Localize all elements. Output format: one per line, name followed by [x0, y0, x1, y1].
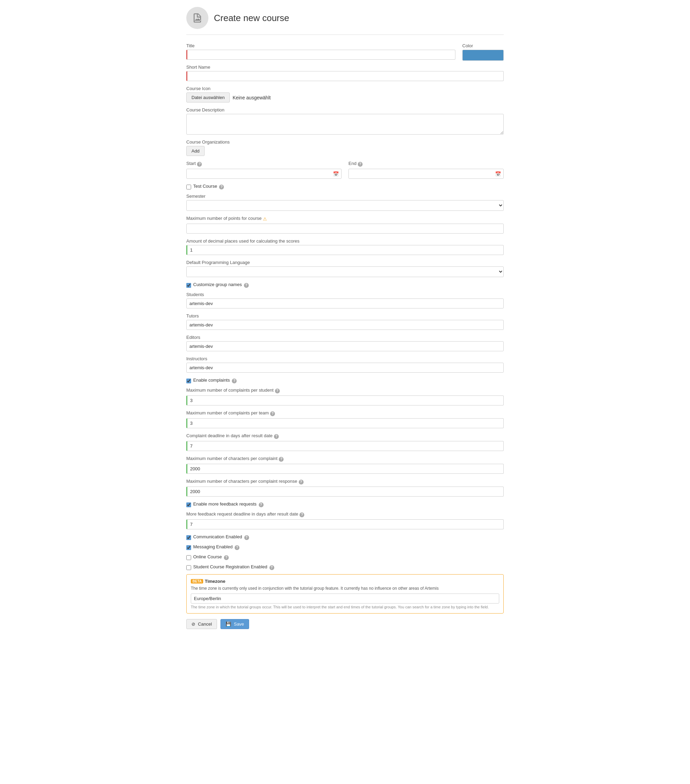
messaging-enabled-label: Messaging Enabled: [193, 544, 232, 549]
max-chars-response-help-icon[interactable]: ?: [299, 480, 304, 484]
max-complaints-student-input[interactable]: [186, 395, 504, 405]
enable-complaints-help-icon[interactable]: ?: [232, 379, 237, 384]
semester-select[interactable]: SS2024 WS2024/25: [186, 200, 504, 211]
max-complaints-student-label: Maximum number of complaints per student: [186, 387, 273, 393]
customize-group-names-label: Customize group names: [193, 282, 242, 287]
start-label: Start: [186, 161, 196, 166]
max-chars-complaint-label: Maximum number of characters per complai…: [186, 456, 277, 461]
max-chars-response-input[interactable]: [186, 487, 504, 497]
cancel-icon: ⊘: [191, 621, 195, 627]
timezone-box: BETA Timezone The time zone is currently…: [186, 574, 504, 614]
messaging-enabled-row: Messaging Enabled ?: [186, 544, 504, 551]
more-feedback-deadline-help-icon[interactable]: ?: [300, 512, 304, 517]
complaint-deadline-label: Complaint deadline in days after result …: [186, 433, 273, 438]
course-icon-group: Course Icon Datei auswählen Keine ausgew…: [186, 86, 504, 102]
page-header: Create new course: [186, 7, 504, 35]
file-choose-button[interactable]: Datei auswählen: [186, 92, 230, 102]
test-course-checkbox[interactable]: [186, 184, 191, 189]
title-label: Title: [186, 43, 455, 48]
more-feedback-deadline-group: More feedback request deadline in days a…: [186, 511, 504, 529]
max-complaints-student-help-icon[interactable]: ?: [275, 389, 280, 394]
max-complaints-team-group: Maximum number of complaints per team ?: [186, 410, 504, 428]
add-organization-button[interactable]: Add: [186, 146, 204, 156]
course-description-group: Course Description: [186, 107, 504, 135]
max-complaints-team-input[interactable]: [186, 418, 504, 428]
max-points-input[interactable]: [186, 224, 504, 234]
end-help-icon[interactable]: ?: [358, 162, 362, 167]
short-name-input[interactable]: [186, 71, 504, 81]
communication-enabled-help-icon[interactable]: ?: [244, 535, 249, 540]
beta-badge: BETA: [191, 579, 203, 583]
complaint-deadline-input[interactable]: [186, 441, 504, 451]
start-date-input[interactable]: [186, 169, 342, 179]
page-title: Create new course: [214, 13, 289, 23]
online-course-row: Online Course ?: [186, 554, 504, 561]
start-help-icon[interactable]: ?: [197, 162, 202, 167]
save-button[interactable]: 💾 Save: [221, 619, 249, 629]
test-course-help-icon[interactable]: ?: [219, 184, 224, 189]
timezone-header: BETA Timezone: [191, 579, 499, 584]
communication-enabled-label: Communication Enabled: [193, 534, 242, 539]
student-registration-help-icon[interactable]: ?: [270, 565, 274, 570]
end-date-input[interactable]: [348, 169, 504, 179]
enable-complaints-row: Enable complaints ?: [186, 377, 504, 384]
course-description-label: Course Description: [186, 107, 504, 112]
enable-complaints-checkbox[interactable]: [186, 379, 191, 384]
timezone-input[interactable]: [191, 593, 499, 603]
no-file-label: Keine ausgewählt: [232, 95, 271, 100]
title-input[interactable]: [186, 50, 455, 60]
semester-group: Semester SS2024 WS2024/25: [186, 194, 504, 211]
color-label: Color: [462, 43, 504, 48]
course-icon: [186, 7, 208, 29]
communication-enabled-checkbox[interactable]: [186, 535, 191, 540]
editors-group: Editors: [186, 335, 504, 351]
students-group: Students: [186, 292, 504, 308]
cancel-button[interactable]: ⊘ Cancel: [186, 619, 217, 629]
max-chars-response-group: Maximum number of characters per complai…: [186, 479, 504, 497]
default-programming-group: Default Programming Language Java Python…: [186, 260, 504, 277]
decimal-places-input[interactable]: [186, 245, 504, 255]
max-chars-complaint-group: Maximum number of characters per complai…: [186, 456, 504, 474]
messaging-enabled-checkbox[interactable]: [186, 545, 191, 550]
communication-enabled-row: Communication Enabled ?: [186, 534, 504, 541]
max-complaints-team-help-icon[interactable]: ?: [270, 411, 275, 416]
max-chars-complaint-input[interactable]: [186, 464, 504, 474]
start-group: Start ? 📅: [186, 161, 342, 179]
editors-input[interactable]: [186, 341, 504, 351]
instructors-group: Instructors: [186, 356, 504, 373]
max-chars-complaint-help-icon[interactable]: ?: [279, 457, 283, 462]
online-course-checkbox[interactable]: [186, 555, 191, 560]
course-organizations-label: Course Organizations: [186, 139, 504, 145]
customize-group-names-row: Customize group names ?: [186, 282, 504, 288]
enable-more-feedback-help-icon[interactable]: ?: [259, 502, 263, 507]
student-registration-checkbox[interactable]: [186, 565, 191, 570]
save-icon: 💾: [226, 621, 231, 627]
footer-buttons: ⊘ Cancel 💾 Save: [186, 619, 504, 629]
test-course-label: Test Course: [193, 184, 217, 189]
instructors-input[interactable]: [186, 363, 504, 373]
messaging-enabled-help-icon[interactable]: ?: [235, 545, 239, 550]
students-label: Students: [186, 292, 504, 297]
semester-label: Semester: [186, 194, 504, 199]
timezone-hint: The time zone in which the tutorial grou…: [191, 605, 499, 609]
customize-group-names-checkbox[interactable]: [186, 283, 191, 288]
customize-group-help-icon[interactable]: ?: [244, 283, 249, 288]
course-organizations-group: Course Organizations Add: [186, 139, 504, 156]
end-label: End: [348, 161, 356, 166]
online-course-label: Online Course: [193, 554, 222, 559]
enable-more-feedback-checkbox[interactable]: [186, 502, 191, 507]
save-label: Save: [234, 621, 244, 627]
more-feedback-deadline-label: More feedback request deadline in days a…: [186, 511, 298, 517]
color-picker[interactable]: [462, 50, 504, 61]
online-course-help-icon[interactable]: ?: [224, 555, 229, 560]
max-points-group: Maximum number of points for course ⚠: [186, 216, 504, 234]
students-input[interactable]: [186, 298, 504, 308]
complaint-deadline-help-icon[interactable]: ?: [274, 434, 279, 439]
tutors-input[interactable]: [186, 320, 504, 330]
file-image-icon: [192, 12, 203, 23]
more-feedback-deadline-input[interactable]: [186, 519, 504, 529]
course-description-textarea[interactable]: [186, 114, 504, 135]
default-programming-select[interactable]: Java Python C C++ Haskell: [186, 267, 504, 277]
max-points-warn-icon: ⚠: [263, 216, 267, 222]
enable-more-feedback-row: Enable more feedback requests ?: [186, 501, 504, 508]
